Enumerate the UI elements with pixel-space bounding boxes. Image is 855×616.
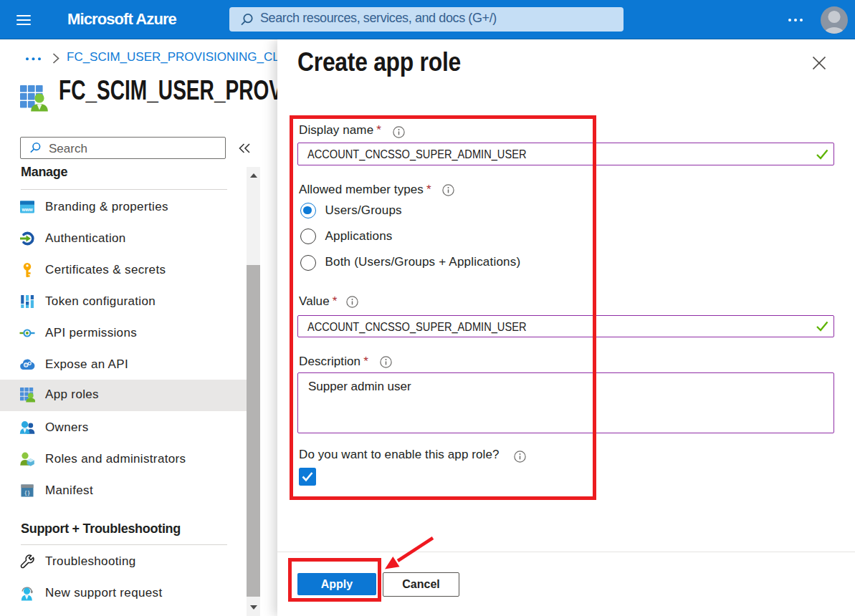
svg-text:{ }: { } — [25, 489, 30, 496]
svg-text:www: www — [21, 207, 33, 212]
